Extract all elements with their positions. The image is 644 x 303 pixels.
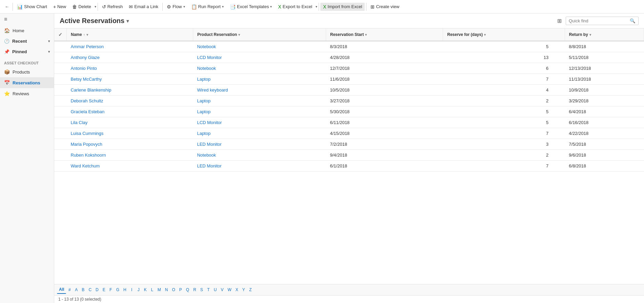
pagination-letter[interactable]: # [66, 286, 73, 294]
pagination-letter[interactable]: P [177, 286, 184, 294]
pagination-letter[interactable]: K [142, 286, 149, 294]
import-excel-button[interactable]: X Import from Excel [320, 3, 365, 11]
row-product[interactable]: Laptop [193, 74, 326, 85]
row-checkbox[interactable] [54, 74, 67, 85]
pagination-letter[interactable]: F [107, 286, 114, 294]
pagination-letter[interactable]: I [128, 286, 135, 294]
pagination-letter[interactable]: U [212, 286, 219, 294]
hamburger-menu-icon[interactable]: ≡ [0, 14, 54, 25]
row-name[interactable]: Deborah Schultz [67, 96, 193, 106]
row-checkbox[interactable] [54, 85, 67, 96]
row-checkbox[interactable] [54, 106, 67, 117]
pagination-letter[interactable]: J [135, 286, 142, 294]
delete-button[interactable]: 🗑 Delete [69, 3, 94, 11]
column-header-name[interactable]: Name ↑ ▾ [67, 28, 193, 41]
column-header-product[interactable]: Product Reservation ▾ [193, 28, 326, 41]
sidebar-item-reviews[interactable]: ⭐ Reviews [0, 88, 54, 99]
row-checkbox[interactable] [54, 150, 67, 161]
row-product[interactable]: Notebook [193, 41, 326, 52]
pagination-letter[interactable]: V [219, 286, 226, 294]
row-checkbox[interactable] [54, 63, 67, 74]
column-header-start[interactable]: Reservation Start ▾ [326, 28, 443, 41]
row-name[interactable]: Luisa Cummings [67, 128, 193, 139]
row-name[interactable]: Carlene Blankenship [67, 85, 193, 96]
pagination-letter[interactable]: S [198, 286, 205, 294]
row-product[interactable]: Laptop [193, 106, 326, 117]
row-name[interactable]: Betsy McCarthy [67, 74, 193, 85]
recent-icon: 🕐 [4, 39, 9, 44]
row-name[interactable]: Ward Ketchum [67, 161, 193, 171]
row-checkbox[interactable] [54, 139, 67, 150]
view-title-chevron-icon[interactable]: ▾ [126, 18, 129, 24]
sidebar-item-reservations[interactable]: 📅 Reservations [0, 77, 54, 88]
create-view-button[interactable]: ⊞ Create view [368, 3, 402, 11]
reservations-label: Reservations [13, 80, 40, 85]
back-button[interactable]: ← [3, 3, 11, 11]
export-excel-button[interactable]: X Export to Excel [275, 3, 315, 11]
row-product[interactable]: LED Monitor [193, 161, 326, 171]
pagination-letter[interactable]: R [191, 286, 198, 294]
row-checkbox[interactable] [54, 52, 67, 63]
pagination-letter[interactable]: T [205, 286, 212, 294]
row-checkbox[interactable] [54, 117, 67, 128]
pagination-letter[interactable]: M [156, 286, 163, 294]
row-product[interactable]: Laptop [193, 128, 326, 139]
filter-button[interactable]: ⊞ [556, 16, 563, 25]
pagination-letter[interactable]: L [149, 286, 156, 294]
pagination-letter[interactable]: W [226, 286, 234, 294]
checkbox-column-header[interactable]: ✓ [54, 28, 67, 41]
email-link-button[interactable]: ✉ Email a Link [126, 3, 161, 11]
name-sort-icon: ↑ [83, 33, 85, 37]
pagination-letter[interactable]: X [234, 286, 240, 294]
row-name[interactable]: Ammar Peterson [67, 41, 193, 52]
pagination-letter[interactable]: Z [247, 286, 254, 294]
days-column-label: Reserve for (days) [447, 32, 483, 37]
pagination-letter[interactable]: Y [240, 286, 247, 294]
row-name[interactable]: Lila Clay [67, 117, 193, 128]
pagination-letter[interactable]: G [114, 286, 121, 294]
pagination-letter[interactable]: All [57, 286, 66, 294]
row-product[interactable]: Laptop [193, 96, 326, 106]
row-name[interactable]: Antonio Pinto [67, 63, 193, 74]
run-report-button[interactable]: 📋 Run Report ▾ [188, 3, 226, 11]
column-header-return[interactable]: Return by ▾ [565, 28, 644, 41]
row-product[interactable]: Wired keyboard [193, 85, 326, 96]
pagination-letter[interactable]: B [80, 286, 86, 294]
show-chart-button[interactable]: 📊 Show Chart [14, 3, 50, 11]
pagination-letter[interactable]: H [121, 286, 128, 294]
pagination-letter[interactable]: D [94, 286, 101, 294]
sidebar-item-home[interactable]: 🏠 Home [0, 25, 54, 36]
excel-templates-button[interactable]: 📑 Excel Templates ▾ [227, 3, 275, 11]
search-icon[interactable]: 🔍 [627, 17, 638, 25]
refresh-button[interactable]: ↺ Refresh [99, 3, 126, 11]
pagination-letter[interactable]: C [86, 286, 94, 294]
sidebar-recent-header[interactable]: 🕐 Recent ▾ [0, 36, 54, 46]
row-product[interactable]: LCD Monitor [193, 117, 326, 128]
delete-dropdown-arrow[interactable]: ▾ [95, 5, 96, 8]
quick-find-input[interactable] [566, 17, 627, 25]
pagination-letter[interactable]: Q [184, 286, 191, 294]
export-dropdown-arrow[interactable]: ▾ [316, 5, 317, 8]
sidebar-item-products[interactable]: 📦 Products [0, 66, 54, 77]
row-product[interactable]: Notebook [193, 150, 326, 161]
new-button[interactable]: + New [51, 3, 69, 11]
row-product[interactable]: Notebook [193, 63, 326, 74]
pagination-letter[interactable]: O [170, 286, 177, 294]
row-name[interactable]: Ruben Kokshoorn [67, 150, 193, 161]
pagination-letter[interactable]: N [163, 286, 170, 294]
pagination-letter[interactable]: A [73, 286, 80, 294]
column-header-days[interactable]: Reserve for (days) ▾ [443, 28, 565, 41]
pagination-letter[interactable]: E [101, 286, 107, 294]
row-product[interactable]: LCD Monitor [193, 52, 326, 63]
table-row: Carlene Blankenship Wired keyboard 10/5/… [54, 85, 644, 96]
row-name[interactable]: Anthony Glaze [67, 52, 193, 63]
row-checkbox[interactable] [54, 96, 67, 106]
flow-button[interactable]: ⚙ Flow ▾ [164, 3, 187, 11]
sidebar-pinned-header[interactable]: 📌 Pinned ▾ [0, 46, 54, 57]
row-checkbox[interactable] [54, 161, 67, 171]
row-checkbox[interactable] [54, 128, 67, 139]
row-name[interactable]: Graciela Esteban [67, 106, 193, 117]
row-product[interactable]: LED Monitor [193, 139, 326, 150]
row-checkbox[interactable] [54, 41, 67, 52]
row-name[interactable]: Maria Popovych [67, 139, 193, 150]
